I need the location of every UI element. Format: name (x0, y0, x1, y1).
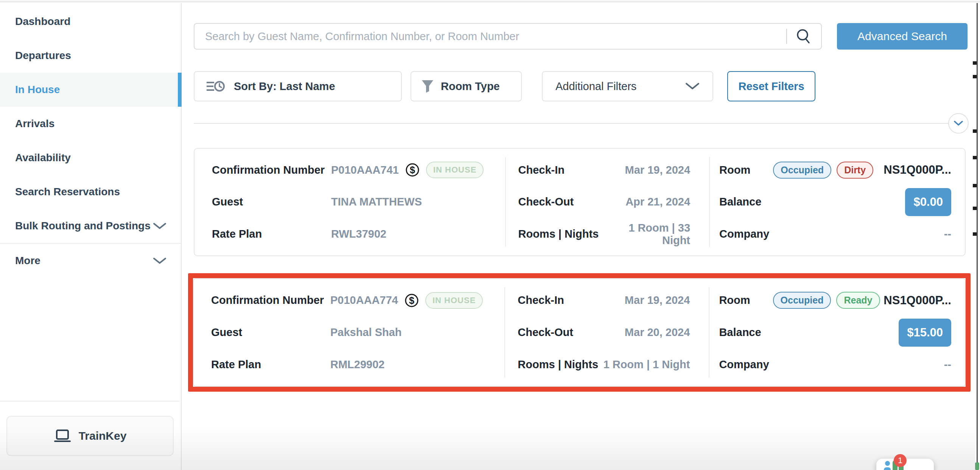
room-row: Room Occupied Dirty NS1Q000P... (719, 162, 951, 178)
sidebar-footer: TrainKey (0, 401, 180, 470)
housekeeping-status-badge: Dirty (837, 162, 873, 178)
rate-plan-row: Rate Plan RML29902 (211, 358, 489, 371)
main-content: Advanced Search Sort By: Last Name R (182, 3, 980, 470)
company-label: Company (719, 358, 769, 371)
company-value: -- (944, 228, 951, 240)
sidebar-item-label: Arrivals (15, 118, 54, 130)
sidebar-item-label: Dashboard (15, 16, 70, 28)
chevron-down-icon (953, 120, 963, 126)
chat-widget-button[interactable]: 1 (876, 459, 934, 470)
cropped-content-fragment (973, 207, 977, 210)
active-indicator (178, 73, 181, 107)
in-house-status-badge: IN HOUSE (425, 292, 483, 309)
balance-badge[interactable]: $15.00 (899, 319, 951, 347)
reservation-card[interactable]: Confirmation Number P010AAA741 $ IN HOUS… (194, 148, 966, 256)
card-dates-section: Check-In Mar 19, 2024 Check-Out Apr 21, … (505, 149, 710, 255)
trainkey-label: TrainKey (79, 430, 127, 442)
rooms-nights-value: 1 Room | 1 Night (603, 358, 690, 371)
room-label: Room (719, 294, 750, 306)
confirmation-label: Confirmation Number (211, 294, 330, 306)
room-row: Room Occupied Ready NS1Q000P... (719, 292, 951, 309)
guest-name: TINA MATTHEWS (331, 196, 422, 208)
rate-plan-value: RWL37902 (331, 228, 386, 240)
collapse-toggle[interactable] (948, 113, 969, 134)
reset-filters-button[interactable]: Reset Filters (727, 71, 815, 101)
sidebar-item-bulk-routing-postings[interactable]: Bulk Routing and Postings (0, 209, 181, 243)
rate-plan-value: RML29902 (330, 358, 385, 371)
sidebar-item-dashboard[interactable]: Dashboard (0, 5, 181, 38)
sidebar-item-more[interactable]: More (0, 244, 181, 278)
room-label: Room (719, 164, 750, 176)
sort-by-button[interactable]: Sort By: Last Name (194, 71, 402, 101)
rate-plan-row: Rate Plan RWL37902 (212, 228, 490, 240)
chat-logo-icon (884, 467, 891, 470)
card-room-section: Room Occupied Ready NS1Q000P... Balance … (709, 279, 965, 386)
card-guest-section: Confirmation Number P010AAA774 $ IN HOUS… (194, 279, 504, 386)
advanced-search-button[interactable]: Advanced Search (837, 23, 967, 49)
balance-badge[interactable]: $0.00 (905, 188, 951, 216)
guest-name: Pakshal Shah (330, 326, 402, 339)
laptop-icon (54, 429, 71, 443)
balance-label: Balance (719, 196, 761, 208)
funnel-filter-icon (421, 80, 434, 93)
check-in-row: Check-In Mar 19, 2024 (518, 294, 690, 306)
room-status-badge: Occupied (773, 292, 831, 309)
check-out-label: Check-Out (518, 326, 573, 339)
card-guest-section: Confirmation Number P010AAA741 $ IN HOUS… (194, 149, 505, 255)
app-window: Dashboard Departures In House Arrivals A… (0, 0, 980, 470)
chevron-down-icon (153, 222, 167, 230)
additional-filters-button[interactable]: Additional Filters (542, 71, 713, 101)
chevron-down-icon (153, 257, 167, 264)
check-out-date: Mar 20, 2024 (625, 326, 690, 339)
room-type-button[interactable]: Room Type (410, 71, 522, 101)
check-in-date: Mar 19, 2024 (625, 164, 690, 176)
confirmation-number: P010AAA774 (330, 294, 398, 306)
sidebar-item-in-house[interactable]: In House (0, 73, 181, 107)
rooms-nights-value: 1 Room | 33 Night (598, 222, 690, 247)
room-number: NS1Q000P... (883, 294, 951, 307)
sidebar-item-arrivals[interactable]: Arrivals (0, 107, 181, 141)
screen-right-edge (977, 3, 978, 470)
check-in-label: Check-In (518, 294, 564, 306)
sort-by-label: Sort By: Last Name (234, 80, 335, 93)
sidebar-item-label: Search Reservations (15, 186, 120, 198)
search-bar (194, 23, 822, 49)
trainkey-button[interactable]: TrainKey (6, 416, 174, 456)
guest-row: Guest TINA MATTHEWS (212, 196, 490, 208)
company-label: Company (719, 228, 769, 240)
cropped-content-fragment (975, 462, 979, 470)
sidebar-item-label: Bulk Routing and Postings (15, 220, 151, 232)
chevron-down-icon (685, 82, 700, 91)
check-in-date: Mar 19, 2024 (625, 294, 690, 306)
card-dates-section: Check-In Mar 19, 2024 Check-Out Mar 20, … (504, 279, 709, 386)
sidebar-item-search-reservations[interactable]: Search Reservations (0, 175, 181, 209)
rate-plan-label: Rate Plan (212, 228, 331, 240)
cropped-content-fragment (973, 184, 977, 187)
check-in-row: Check-In Mar 19, 2024 (519, 164, 690, 176)
additional-filters-label: Additional Filters (555, 80, 636, 93)
confirmation-row: Confirmation Number P010AAA741 $ IN HOUS… (212, 162, 490, 178)
sidebar-item-label: Availability (15, 152, 71, 164)
cropped-content-fragment (973, 156, 977, 159)
confirmation-number: P010AAA741 (331, 164, 399, 176)
room-number: NS1Q000P... (883, 163, 951, 177)
guest-label: Guest (211, 326, 330, 339)
confirmation-row: Confirmation Number P010AAA774 $ IN HOUS… (211, 292, 489, 309)
cropped-content-fragment (973, 61, 977, 65)
sidebar-item-departures[interactable]: Departures (0, 38, 181, 73)
reservation-card[interactable]: Confirmation Number P010AAA774 $ IN HOUS… (193, 278, 966, 387)
svg-text:$: $ (409, 295, 414, 306)
section-divider (194, 123, 949, 124)
sidebar-item-availability[interactable]: Availability (0, 141, 181, 175)
sort-history-icon (206, 80, 226, 93)
notification-badge: 1 (894, 454, 907, 467)
room-type-label: Room Type (441, 80, 500, 93)
rooms-nights-label: Rooms | Nights (518, 358, 598, 371)
dollar-circle-icon[interactable]: $ (405, 163, 420, 177)
search-icon[interactable] (795, 28, 812, 45)
cropped-content-fragment (973, 75, 977, 78)
rooms-nights-label: Rooms | Nights (519, 228, 599, 240)
confirmation-label: Confirmation Number (212, 164, 331, 176)
search-input[interactable] (194, 23, 822, 49)
dollar-circle-icon[interactable]: $ (404, 293, 419, 308)
